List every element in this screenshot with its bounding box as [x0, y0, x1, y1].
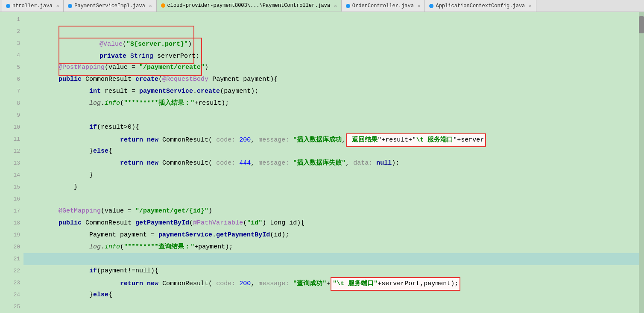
code-line-10: return new CommonResult( code: 200, mess…: [23, 121, 639, 133]
tab-close-2[interactable]: ✕: [149, 3, 152, 9]
code-area: 1 2 3 4 5 6 7 8 9 10 11 12 13 14 15 16 1…: [0, 12, 644, 313]
tab-bar: ntroller.java ✕ PaymentServiceImpl.java …: [0, 0, 644, 12]
code-line-16: @GetMapping(value = "/payment/get/{id}"): [23, 193, 639, 205]
scrollbar-thumb[interactable]: [639, 16, 644, 33]
code-line-1: @Value("${server.port}"): [23, 14, 639, 26]
code-line-19: log.info("********查询结果："+payment);: [23, 229, 639, 241]
code-line-15: [23, 181, 639, 193]
tab-ntroller[interactable]: ntroller.java ✕: [2, 0, 64, 12]
tab-label-4: OrderController.java: [352, 3, 414, 9]
code-line-2: private String serverPort;: [23, 26, 639, 38]
tab-close-3[interactable]: ✕: [334, 3, 337, 9]
tab-icon-2: [68, 4, 72, 8]
indent-23: [59, 291, 89, 298]
code-line-18: Payment payment = paymentService.getPaym…: [23, 217, 639, 229]
kw-else-2: else: [93, 291, 108, 298]
tab-label-3: cloud-provider-payment8003\...\PaymentCo…: [167, 3, 331, 9]
code-content: @Value("${server.port}") private String …: [23, 12, 639, 313]
tab-ordercontroller[interactable]: OrderController.java ✕: [342, 0, 425, 12]
tab-icon-1: [6, 4, 10, 8]
code-line-22: return new CommonResult( code: 200, mess…: [23, 265, 639, 277]
code-line-11: }else{: [23, 133, 639, 145]
scrollbar-right[interactable]: [639, 12, 644, 313]
code-line-17: public CommonResult getPaymentById(@Path…: [23, 205, 639, 217]
code-line-12: return new CommonResult( code: 444, mess…: [23, 145, 639, 157]
code-line-3: [23, 38, 639, 50]
code-line-9: if(result>0){: [23, 109, 639, 121]
tab-icon-5: [429, 4, 433, 8]
tab-paymentserviceimpl[interactable]: PaymentServiceImpl.java ✕: [64, 0, 156, 12]
open-brace-4: {: [108, 291, 112, 298]
code-line-21: if(payment!=null){: [23, 253, 639, 265]
tab-close-1[interactable]: ✕: [56, 3, 59, 9]
code-line-23: }else{: [23, 277, 639, 289]
tab-close-4[interactable]: ✕: [418, 3, 421, 9]
tab-applicationcontextconfig[interactable]: ApplicationContextConfig.java ✕: [425, 0, 536, 12]
code-line-4: @PostMapping(value = "/payment/create"): [23, 50, 639, 62]
code-line-13: }: [23, 157, 639, 169]
tab-label-1: ntroller.java: [12, 3, 53, 9]
code-line-7: log.info("********插入结果："+result);: [23, 86, 639, 97]
code-line-20: [23, 241, 639, 253]
code-line-5: public CommonResult create(@RequestBody …: [23, 62, 639, 74]
tab-icon-3: [161, 3, 165, 8]
close-brace-4: }: [89, 291, 93, 298]
code-line-14: }: [23, 169, 639, 181]
tab-label-2: PaymentServiceImpl.java: [74, 3, 145, 9]
tab-label-5: ApplicationContextConfig.java: [436, 3, 525, 9]
code-line-8: [23, 97, 639, 109]
editor-container: ntroller.java ✕ PaymentServiceImpl.java …: [0, 0, 644, 313]
code-line-6: int result = paymentService.create(payme…: [23, 74, 639, 86]
tab-paymentcontroller-active[interactable]: cloud-provider-payment8003\...\PaymentCo…: [157, 0, 342, 12]
line-numbers: 1 2 3 4 5 6 7 8 9 10 11 12 13 14 15 16 1…: [0, 12, 23, 313]
tab-close-5[interactable]: ✕: [529, 3, 532, 9]
tab-icon-4: [346, 4, 350, 8]
